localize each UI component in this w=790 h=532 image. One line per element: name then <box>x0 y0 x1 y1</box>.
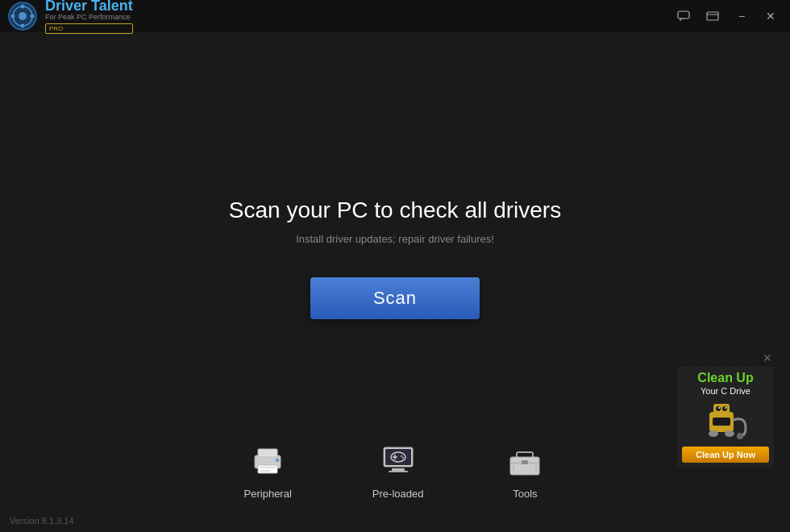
svg-point-34 <box>725 407 726 409</box>
svg-point-38 <box>737 433 743 439</box>
svg-rect-30 <box>713 404 730 415</box>
chat-icon <box>677 10 690 22</box>
bottom-icons-bar: Peripheral Pre-loaded <box>0 439 790 500</box>
chat-button[interactable] <box>672 7 695 25</box>
peripheral-label: Peripheral <box>244 488 292 500</box>
svg-rect-23 <box>510 457 539 475</box>
preloaded-icon <box>379 441 418 480</box>
svg-rect-18 <box>392 468 405 471</box>
svg-rect-7 <box>678 11 689 19</box>
cleanup-button[interactable]: Clean Up Now <box>682 447 769 463</box>
peripheral-icon-box <box>247 439 289 481</box>
svg-rect-14 <box>260 470 271 472</box>
tools-icon <box>505 441 544 480</box>
svg-point-5 <box>11 15 15 19</box>
svg-rect-26 <box>522 460 528 464</box>
svg-point-36 <box>709 430 718 437</box>
tools-item[interactable]: Tools <box>504 439 546 500</box>
app-subtitle: For Peak PC Performance <box>45 13 133 22</box>
minimize-button[interactable]: − <box>730 7 753 25</box>
svg-rect-17 <box>385 449 411 465</box>
svg-rect-11 <box>258 449 277 457</box>
cleanup-close-icon[interactable]: ✕ <box>763 351 772 364</box>
svg-point-33 <box>718 407 720 409</box>
svg-rect-8 <box>707 12 718 20</box>
tools-label: Tools <box>513 488 537 500</box>
svg-point-3 <box>21 5 25 9</box>
pro-badge: PRO <box>45 23 133 34</box>
close-button[interactable]: ✕ <box>759 7 782 25</box>
cleanup-banner[interactable]: ✕ Clean Up Your C Drive Clean Up Now <box>677 366 774 468</box>
preloaded-icon-box <box>377 439 419 481</box>
cleanup-icon-area <box>682 400 769 440</box>
svg-point-22 <box>402 457 404 459</box>
svg-point-37 <box>725 430 734 437</box>
svg-rect-12 <box>258 465 277 473</box>
main-subheading: Install driver updates; repair driver fa… <box>296 233 494 245</box>
preloaded-item[interactable]: Pre-loaded <box>372 439 424 500</box>
menu-icon <box>706 10 719 22</box>
logo-text: Driver Talent For Peak PC Performance PR… <box>45 0 133 34</box>
svg-point-2 <box>19 12 27 20</box>
svg-rect-35 <box>713 418 730 426</box>
title-bar-left: Driver Talent For Peak PC Performance PR… <box>8 0 133 34</box>
svg-point-6 <box>31 15 35 19</box>
svg-rect-13 <box>260 467 276 468</box>
app-logo-icon <box>8 2 37 31</box>
svg-point-15 <box>276 459 279 462</box>
cleanup-title-white: Your C Drive <box>682 385 769 397</box>
tools-icon-box <box>504 439 546 481</box>
svg-point-4 <box>21 24 25 28</box>
svg-rect-19 <box>389 471 408 472</box>
main-heading: Scan your PC to check all drivers <box>229 197 561 223</box>
cleanup-robot-icon <box>701 400 750 440</box>
cleanup-title-green: Clean Up <box>682 371 769 385</box>
peripheral-icon <box>248 441 287 480</box>
minimize-icon: − <box>738 10 745 23</box>
version-info: Version 8.1.3.14 <box>10 516 74 526</box>
title-bar: Driver Talent For Peak PC Performance PR… <box>0 0 790 32</box>
svg-point-31 <box>716 406 721 411</box>
app-name: Driver Talent <box>45 0 133 13</box>
svg-point-32 <box>722 406 727 411</box>
menu-button[interactable] <box>701 7 724 25</box>
svg-point-21 <box>401 455 402 457</box>
scan-button[interactable]: Scan <box>310 277 480 319</box>
preloaded-label: Pre-loaded <box>372 488 424 500</box>
peripheral-item[interactable]: Peripheral <box>244 439 292 500</box>
close-icon: ✕ <box>766 10 775 23</box>
title-bar-controls: − ✕ <box>672 7 782 25</box>
